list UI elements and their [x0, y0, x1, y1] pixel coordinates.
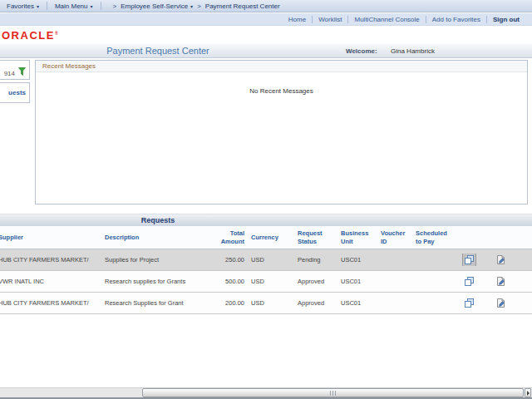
breadcrumb-main-menu-label: Main Menu — [55, 2, 88, 10]
cell-total-amount: 200.00 — [213, 299, 246, 307]
cell-request-status: Approved — [293, 278, 336, 285]
sidebar-date-fragment: 914 — [4, 70, 15, 77]
cell-currency: USD — [246, 256, 293, 264]
cell-currency: USD — [246, 278, 293, 285]
no-recent-messages-text: No Recent Messages — [36, 87, 527, 95]
requests-table-header: Supplier Description Total Amount Curren… — [0, 226, 532, 249]
column-header-description[interactable]: Description — [100, 234, 213, 241]
column-header-request-status[interactable]: Request Status — [293, 229, 336, 245]
cell-description: Research supplies for Grants — [100, 278, 213, 285]
horizontal-scrollbar-thumb[interactable] — [142, 388, 524, 397]
chevron-down-icon: ▾ — [91, 3, 93, 9]
breadcrumb-current-page: Payment Request Center — [205, 2, 280, 10]
horizontal-scrollbar[interactable] — [0, 387, 532, 399]
requests-section-bar: Requests — [0, 214, 532, 226]
cell-business-unit: USC01 — [336, 278, 376, 285]
scrollbar-grip-icon — [330, 391, 337, 396]
copy-request-icon[interactable] — [463, 275, 475, 288]
request-table-row[interactable]: HUB CITY FARMERS MARKET/ Research Suppli… — [0, 293, 532, 314]
breadcrumb-divider — [101, 2, 101, 10]
cell-currency: USD — [246, 299, 293, 307]
link-divider — [347, 16, 348, 23]
copy-request-icon[interactable] — [463, 297, 475, 309]
breadcrumb-employee-self-service-label: Employee Self-Service — [121, 2, 188, 10]
edit-request-icon[interactable] — [495, 254, 507, 266]
requests-rows: HUB CITY FARMERS MARKET/ Supplies for Pr… — [0, 249, 532, 314]
cell-request-status: Approved — [293, 299, 336, 307]
scroll-right-arrow-icon — [527, 391, 530, 396]
column-header-scheduled-to-pay[interactable]: Scheduled to Pay — [411, 229, 454, 245]
chevron-down-icon: ▾ — [37, 3, 39, 9]
worklist-link[interactable]: Worklist — [318, 16, 342, 23]
cell-total-amount: 500.00 — [213, 278, 246, 285]
sign-out-link[interactable]: Sign out — [493, 16, 520, 23]
requests-table: Supplier Description Total Amount Curren… — [0, 226, 532, 314]
page-title: Payment Request Center — [0, 46, 316, 56]
cell-supplier: VWR INATL INC — [0, 278, 100, 285]
edit-request-icon[interactable] — [495, 275, 507, 288]
column-header-business-unit[interactable]: Business Unit — [336, 229, 376, 245]
copy-request-icon[interactable] — [463, 254, 475, 266]
breadcrumb-separator: > — [197, 2, 201, 10]
cell-business-unit: USC01 — [336, 299, 376, 307]
welcome-label: Welcome: — [346, 47, 377, 55]
cell-description: Supplies for Project — [100, 256, 213, 264]
link-divider — [486, 16, 487, 23]
edit-request-icon[interactable] — [495, 297, 507, 309]
filter-icon[interactable] — [17, 66, 27, 77]
oracle-logo: ORACLE® — [2, 29, 58, 42]
header-links-bar: Home Worklist MultiChannel Console Add t… — [0, 13, 532, 26]
link-divider — [312, 16, 313, 23]
breadcrumb-employee-self-service[interactable]: Employee Self-Service ▾ — [121, 2, 193, 10]
column-header-voucher-id[interactable]: Voucher ID — [376, 229, 411, 245]
sidebar-requests-link-label: uests — [8, 89, 26, 96]
request-table-row[interactable]: VWR INATL INC Research supplies for Gran… — [0, 271, 532, 293]
breadcrumb-favorites[interactable]: Favorites ▾ — [7, 2, 39, 10]
page-title-bar: Payment Request Center Welcome: Gina Ham… — [0, 44, 532, 58]
requests-section-title: Requests — [0, 216, 316, 224]
logo-row: ORACLE® — [0, 26, 532, 44]
recent-messages-title: Recent Messages — [36, 61, 527, 72]
link-divider — [426, 16, 426, 23]
scroll-right-button[interactable] — [525, 388, 531, 397]
cell-business-unit: USC01 — [336, 256, 376, 264]
cell-supplier: HUB CITY FARMERS MARKET/ — [0, 256, 100, 264]
breadcrumb-divider — [47, 2, 47, 10]
breadcrumb: Favorites ▾ Main Menu ▾ > Employee Self-… — [0, 0, 532, 12]
cell-supplier: HUB CITY FARMERS MARKET/ — [0, 299, 100, 307]
multichannel-console-link[interactable]: MultiChannel Console — [354, 16, 419, 23]
breadcrumb-favorites-label: Favorites — [7, 2, 34, 10]
breadcrumb-main-menu[interactable]: Main Menu ▾ — [55, 2, 93, 10]
column-header-total-amount[interactable]: Total Amount — [213, 229, 246, 245]
sidebar-date-box: 914 — [0, 60, 30, 80]
cell-description: Research Supplies for Grant — [100, 299, 213, 307]
breadcrumb-current-page-label: Payment Request Center — [205, 2, 280, 10]
cell-total-amount: 250.00 — [213, 256, 246, 264]
chevron-down-icon: ▾ — [190, 3, 193, 9]
cell-request-status: Pending — [293, 256, 336, 264]
sidebar-requests-link[interactable]: uests — [0, 82, 30, 103]
request-table-row[interactable]: HUB CITY FARMERS MARKET/ Supplies for Pr… — [0, 249, 532, 271]
recent-messages-panel: Recent Messages No Recent Messages — [35, 60, 528, 204]
breadcrumb-separator: > — [113, 2, 117, 10]
user-name: Gina Hambrick — [391, 47, 435, 55]
home-link[interactable]: Home — [288, 16, 306, 23]
column-header-currency[interactable]: Currency — [246, 234, 293, 241]
add-to-favorites-link[interactable]: Add to Favorites — [432, 16, 480, 23]
column-header-supplier[interactable]: Supplier — [0, 234, 100, 241]
